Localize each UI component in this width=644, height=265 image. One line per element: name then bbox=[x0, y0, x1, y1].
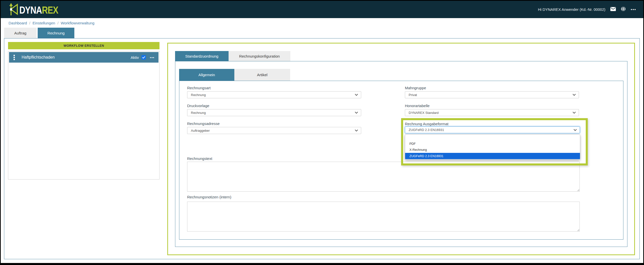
dropdown-option-xrechnung[interactable]: X-Rechnung bbox=[405, 147, 580, 153]
chevron-down-icon bbox=[572, 93, 576, 97]
breadcrumb-dashboard[interactable]: Dashboard bbox=[9, 21, 27, 25]
chevron-down-icon bbox=[572, 111, 576, 115]
drag-handle-icon[interactable] bbox=[14, 55, 15, 60]
workflow-item-haftpflichtschaden[interactable]: Haftpflichtschaden Aktiv ••• bbox=[9, 52, 158, 63]
rechnungsart-select[interactable]: Rechnung bbox=[187, 91, 361, 98]
logo-text: DYNAREX bbox=[19, 5, 58, 16]
aktiv-checkbox[interactable] bbox=[141, 55, 146, 60]
breadcrumb-separator: / bbox=[58, 21, 59, 25]
breadcrumb-separator: / bbox=[29, 21, 30, 25]
workflow-list bbox=[8, 51, 159, 180]
breadcrumb: Dashboard / Einstellungen / Workflowverw… bbox=[9, 18, 94, 28]
subtab-artikel[interactable]: Artikel bbox=[234, 69, 290, 81]
dynarex-logo-icon bbox=[8, 3, 19, 17]
rechnungsnotizen-textarea[interactable] bbox=[187, 202, 580, 232]
more-menu-icon[interactable]: ••• bbox=[631, 7, 636, 12]
app-window: DYNAREX Hi DYNAREX Anwender (Kd.-Nr. 000… bbox=[1, 1, 643, 263]
rechnungstext-label: Rechnungstext bbox=[187, 156, 212, 161]
mahngruppe-select[interactable]: Privat bbox=[405, 91, 579, 98]
breadcrumb-einstellungen[interactable]: Einstellungen bbox=[33, 21, 55, 25]
workflow-create-button[interactable]: WORKFLOW ERSTELLEN bbox=[8, 42, 159, 49]
dropdown-option-zugferd[interactable]: ZUGFeRD 2.3 EN16931 bbox=[405, 153, 580, 159]
chevron-down-icon bbox=[355, 111, 358, 115]
rechnungsart-label: Rechnungsart bbox=[187, 86, 210, 90]
honorartabelle-select[interactable]: DYNAREX Standard bbox=[405, 109, 579, 116]
honorartabelle-label: Honorartabelle bbox=[405, 104, 430, 108]
chevron-down-icon bbox=[355, 129, 358, 132]
chevron-down-icon bbox=[573, 128, 577, 132]
rechnungsadresse-label: Rechnungsadresse bbox=[187, 121, 220, 126]
workflow-item-label: Haftpflichtschaden bbox=[22, 55, 131, 60]
dropdown-option-pdf[interactable]: PDF bbox=[405, 141, 580, 147]
dynarex-logo[interactable]: DYNAREX bbox=[8, 3, 67, 17]
ausgabeformat-label: Rechnung Ausgabeformat bbox=[405, 122, 448, 126]
tab-auftrag[interactable]: Auftrag bbox=[4, 28, 37, 38]
druckvorlage-label: Druckvorlage bbox=[187, 104, 209, 108]
rechnungstext-textarea[interactable] bbox=[187, 162, 580, 192]
user-greeting: Hi DYNAREX Anwender (Kd.-Nr. 00002) bbox=[538, 7, 605, 12]
aktiv-label: Aktiv bbox=[131, 55, 139, 60]
dropdown-option-blank[interactable] bbox=[405, 135, 580, 141]
chevron-down-icon bbox=[355, 93, 358, 97]
ausgabeformat-select[interactable]: ZUGFeRD 2.3 EN16931 bbox=[405, 126, 580, 133]
breadcrumb-workflowverwaltung[interactable]: Workflowverwaltung bbox=[61, 21, 94, 25]
tab-standardzuordnung[interactable]: Standardzuordnung bbox=[175, 51, 229, 61]
mail-icon[interactable] bbox=[610, 7, 616, 12]
tab-rechnungskonfiguration[interactable]: Rechnungskonfiguration bbox=[229, 51, 290, 61]
mahngruppe-label: Mahngruppe bbox=[405, 86, 426, 90]
check-icon bbox=[142, 56, 145, 59]
top-bar: DYNAREX Hi DYNAREX Anwender (Kd.-Nr. 000… bbox=[1, 1, 643, 18]
rechnungsadresse-select[interactable]: Auftraggeber bbox=[187, 127, 361, 134]
ausgabeformat-dropdown: PDF X-Rechnung ZUGFeRD 2.3 EN16931 bbox=[405, 134, 580, 160]
druckvorlage-select[interactable]: Rechnung bbox=[187, 109, 361, 116]
globe-icon[interactable] bbox=[621, 7, 626, 12]
rechnungsnotizen-label: Rechnungsnotizen (intern) bbox=[187, 195, 231, 199]
workflow-item-menu-icon[interactable]: ••• bbox=[150, 56, 154, 59]
tab-rechnung[interactable]: Rechnung bbox=[38, 28, 74, 38]
subtab-allgemein[interactable]: Allgemein bbox=[179, 69, 234, 81]
